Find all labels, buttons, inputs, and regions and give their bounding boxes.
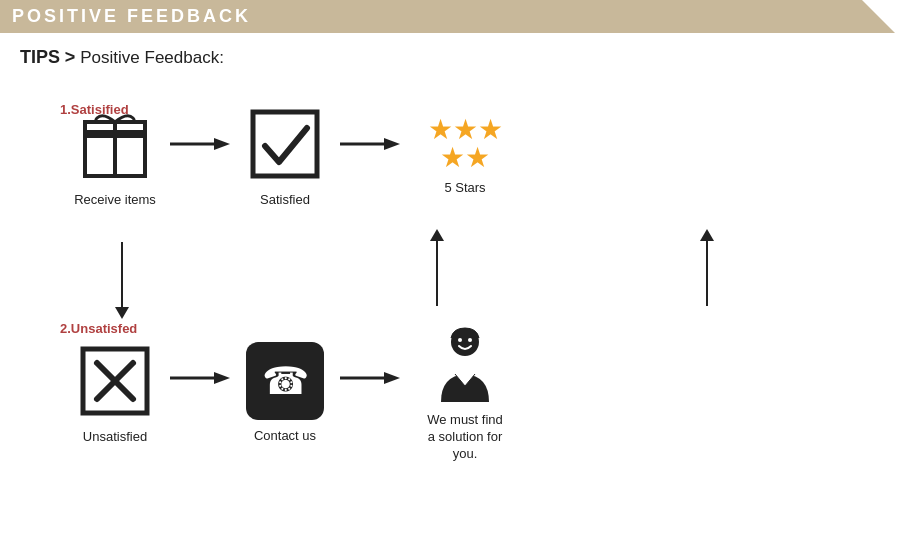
receive-items-box: Receive items (60, 104, 170, 209)
solution-box: We must find a solution for you. (400, 324, 530, 463)
arrow-up-2 (700, 229, 714, 306)
arrowhead-up-1 (430, 229, 444, 241)
svg-point-17 (458, 338, 462, 342)
tips-text-label: Positive Feedback: (80, 48, 224, 67)
page-wrapper: POSITIVE FEEDBACK TIPS > Positive Feedba… (0, 0, 900, 543)
arrow-down-1 (115, 242, 129, 319)
arrow-right-4 (340, 368, 400, 388)
row2: Unsatisfied ☎ Contact us (60, 324, 860, 463)
tips-bold-label: TIPS (20, 47, 60, 67)
arrow-right-3 (170, 368, 230, 388)
header-banner: POSITIVE FEEDBACK (0, 0, 900, 33)
diagram: 1.Satisified 2.Unsatisfed (0, 74, 900, 534)
star3: ★ (478, 116, 503, 144)
star5: ★ (465, 144, 490, 172)
satisfied-label: Satisfied (260, 192, 310, 209)
phone-icon: ☎ (262, 359, 309, 403)
arrow-right-1 (170, 134, 230, 154)
x-box-icon (75, 341, 155, 421)
v-line-up-2 (706, 241, 708, 306)
star4: ★ (440, 144, 465, 172)
header-title: POSITIVE FEEDBACK (12, 6, 251, 27)
tips-line: TIPS > Positive Feedback: (0, 33, 900, 74)
five-stars-box: ★ ★ ★ ★ ★ 5 Stars (400, 116, 530, 197)
stars-container: ★ ★ ★ ★ ★ (420, 116, 510, 172)
unsatisfied-box: Unsatisfied (60, 341, 170, 446)
svg-marker-5 (214, 138, 230, 150)
svg-rect-6 (253, 112, 317, 176)
contact-us-label: Contact us (254, 428, 316, 445)
person-icon (425, 324, 505, 404)
five-stars-label: 5 Stars (444, 180, 485, 197)
solution-label: We must find a solution for you. (427, 412, 503, 463)
tips-arrow-label: > (65, 47, 81, 67)
arrowhead-down (115, 307, 129, 319)
satisfied-box: Satisfied (230, 104, 340, 209)
v-line-up-1 (436, 241, 438, 306)
arrow-up-1 (430, 229, 444, 306)
arrowhead-up-2 (700, 229, 714, 241)
phone-box: ☎ (246, 342, 324, 420)
unsatisfied-label: Unsatisfied (83, 429, 147, 446)
star1: ★ (428, 116, 453, 144)
row1: Receive items Satisfied (60, 104, 860, 209)
gift-icon (75, 104, 155, 184)
contact-us-box: ☎ Contact us (230, 342, 340, 445)
star2: ★ (453, 116, 478, 144)
svg-marker-15 (384, 372, 400, 384)
svg-point-18 (468, 338, 472, 342)
v-line-down (121, 242, 123, 307)
receive-items-label: Receive items (74, 192, 156, 209)
checkmark-icon (245, 104, 325, 184)
svg-marker-13 (214, 372, 230, 384)
svg-marker-8 (384, 138, 400, 150)
arrow-right-2 (340, 134, 400, 154)
